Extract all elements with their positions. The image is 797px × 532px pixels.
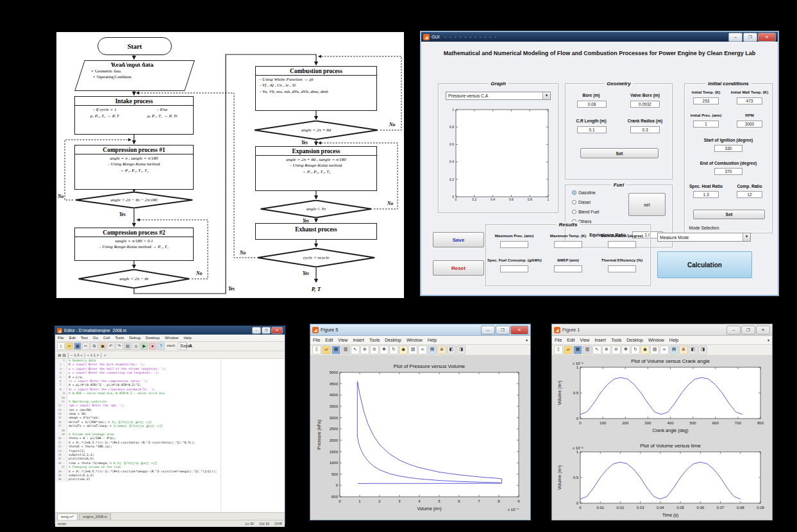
redo-icon[interactable]: ↷ — [115, 342, 123, 350]
bore-input[interactable]: 0.08 — [577, 101, 607, 108]
mode-selection-dropdown[interactable]: Measure Mode ▼ — [657, 233, 751, 242]
close-button[interactable]: ✕ — [756, 326, 770, 335]
copy-icon[interactable]: ⧉ — [90, 342, 98, 350]
geometry-set-button[interactable]: Set — [580, 148, 659, 158]
editor-menu-item[interactable]: Go — [90, 336, 101, 340]
close-button[interactable]: ✕ — [271, 327, 283, 334]
brush-icon[interactable]: ▨ — [650, 345, 659, 354]
edit-plot-icon[interactable]: ↖ — [592, 345, 601, 354]
figure-menu-item[interactable]: Tools — [367, 338, 382, 342]
code-editor-area[interactable]: 1% Geometry data2 -B = input('Enter the … — [55, 359, 285, 512]
editor-menu-item[interactable]: Cell — [101, 336, 112, 340]
editor-menu-item[interactable]: Debug — [126, 336, 143, 340]
maximize-button[interactable]: ❐ — [741, 326, 755, 335]
initial-set-button[interactable]: Set — [693, 210, 765, 219]
editor-menu-item[interactable]: Window — [162, 336, 181, 340]
calculation-button[interactable]: Calculation — [657, 251, 752, 278]
data-cursor-icon[interactable]: ◉ — [399, 345, 408, 354]
zoom-out-icon[interactable]: ⊖ — [612, 345, 621, 354]
burn-duration-output[interactable] — [608, 241, 636, 248]
figure-menu-item[interactable]: File — [552, 338, 564, 342]
link-plot-icon[interactable]: ∞ — [660, 345, 669, 354]
insert-colorbar-icon[interactable]: ▤ — [669, 345, 678, 354]
reset-button[interactable]: Reset — [433, 260, 484, 276]
zoom-out-icon[interactable]: ⊖ — [370, 345, 379, 354]
fuel-radio-blend[interactable]: Blend Fuel — [572, 210, 600, 214]
valve-bore-input[interactable]: 0.0932 — [630, 101, 660, 108]
help-icon[interactable]: ? — [157, 342, 165, 350]
editor-menu-item[interactable]: Tools — [112, 336, 126, 340]
thermal-eff-output[interactable] — [608, 265, 636, 272]
minimize-button[interactable]: – — [252, 327, 261, 334]
editor-titlebar[interactable]: ◢ Editor - D:\matlab\engine_2008.m – ❐ ✕ — [55, 326, 285, 335]
fuel-radio-diesel[interactable]: Diesel — [572, 200, 591, 204]
hide-plot-tools-icon[interactable]: ◧ — [447, 345, 456, 354]
rotate-3d-icon[interactable]: ↻ — [389, 345, 398, 354]
fuel-radio-gasoline[interactable]: Gasoline — [572, 190, 596, 195]
editor-menu-item[interactable]: Help — [181, 336, 194, 340]
ignition-start-input[interactable]: 330 — [714, 145, 742, 152]
figure-menu-item[interactable]: Desktop — [382, 338, 404, 342]
menu-overflow-icon[interactable]: ▾ — [523, 338, 530, 342]
hide-plot-tools-icon[interactable]: ◧ — [689, 345, 698, 354]
editor-menu-item[interactable]: Desktop — [143, 336, 162, 340]
editor-menu-item[interactable]: Text — [78, 336, 90, 340]
menu-overflow-icon[interactable]: ▾ — [765, 338, 772, 342]
print-figure-icon[interactable]: ▥ — [341, 345, 350, 354]
maximize-button[interactable]: ❐ — [743, 33, 757, 42]
figure1-titlebar[interactable]: ◢ Figure 1 – ❐ ✕ — [552, 324, 772, 336]
figure-menu-item[interactable]: File — [310, 338, 323, 342]
insert-legend-icon[interactable]: ≣ — [679, 345, 688, 354]
minimize-button[interactable]: – — [728, 33, 742, 42]
minimize-button[interactable]: – — [481, 326, 495, 335]
figure5-titlebar[interactable]: ◢ Figure 5 – ❐ ✕ — [310, 324, 530, 336]
open-file-icon[interactable]: ▱ — [322, 345, 331, 354]
save-button[interactable]: Save — [433, 232, 484, 247]
maximize-button[interactable]: ❐ — [262, 327, 271, 334]
figure-menu-item[interactable]: Help — [425, 338, 439, 342]
run-icon[interactable]: ▶ — [140, 342, 148, 350]
data-cursor-icon[interactable]: ◉ — [641, 345, 650, 354]
chevron-down-icon[interactable]: ▼ — [742, 233, 750, 241]
graph-type-dropdown[interactable]: Pressure versus C.A ▼ — [446, 92, 551, 100]
cell-toolbar-controls[interactable]: ▤ ▥ │ − 1.0 + │ ÷ 1.1 × │ ✓ — [58, 353, 106, 357]
save-figure-icon[interactable]: ▦ — [331, 345, 340, 354]
rpm-input[interactable]: 3000 — [737, 121, 762, 128]
figure-menu-item[interactable]: Edit — [564, 338, 577, 342]
zoom-in-icon[interactable]: ⊕ — [602, 345, 611, 354]
spec-heat-ratio-input[interactable]: 1.3 — [693, 191, 719, 198]
comp-ratio-input[interactable]: 12 — [737, 191, 762, 198]
stack-dropdown[interactable]: Base — [178, 342, 187, 350]
max-temp-output[interactable] — [554, 241, 582, 248]
paste-icon[interactable]: ▣ — [99, 342, 106, 350]
zoom-in-icon[interactable]: ⊕ — [360, 345, 369, 354]
insert-legend-icon[interactable]: ≣ — [437, 345, 446, 354]
brush-icon[interactable]: ▨ — [408, 345, 417, 354]
figure-menu-item[interactable]: Edit — [323, 338, 335, 342]
figure-menu-item[interactable]: Help — [667, 338, 681, 342]
print-icon[interactable]: ▥ — [124, 342, 131, 350]
initial-temp-input[interactable]: 293 — [693, 97, 719, 104]
combustion-end-input[interactable]: 370 — [714, 168, 742, 175]
maximize-button[interactable]: ❐ — [496, 326, 510, 335]
crank-radius-input[interactable]: 0.3 — [630, 126, 660, 133]
pan-icon[interactable]: ✥ — [621, 345, 630, 354]
print-figure-icon[interactable]: ▥ — [583, 345, 592, 354]
sfc-output[interactable] — [500, 265, 528, 272]
figure-menu-item[interactable]: Insert — [350, 338, 367, 342]
gui-titlebar[interactable]: ◢ GUI ▫ ▫ ▫ ▫ ▫ ▫ ▫ ▫ ▫ ▫ ▫ – ❐ ✕ — [421, 32, 778, 42]
save-figure-icon[interactable]: ▦ — [573, 345, 582, 354]
pan-icon[interactable]: ✥ — [380, 345, 389, 354]
editor-menu-item[interactable]: Edit — [67, 336, 78, 340]
figure-menu-item[interactable]: Window — [404, 338, 425, 342]
cut-icon[interactable]: ✂ — [82, 342, 90, 350]
code-line[interactable]: 30 -plot(time,V) — [55, 478, 285, 481]
save-file-icon[interactable]: ▦ — [74, 342, 81, 350]
rotate-3d-icon[interactable]: ↻ — [631, 345, 640, 354]
close-button[interactable]: ✕ — [510, 326, 528, 335]
edit-plot-icon[interactable]: ↖ — [351, 345, 360, 354]
dock-figure-icon[interactable]: ◨ — [457, 345, 466, 354]
bmep-output[interactable] — [554, 265, 582, 272]
max-pres-output[interactable] — [500, 241, 528, 248]
figure-menu-item[interactable]: Desktop — [624, 338, 646, 342]
